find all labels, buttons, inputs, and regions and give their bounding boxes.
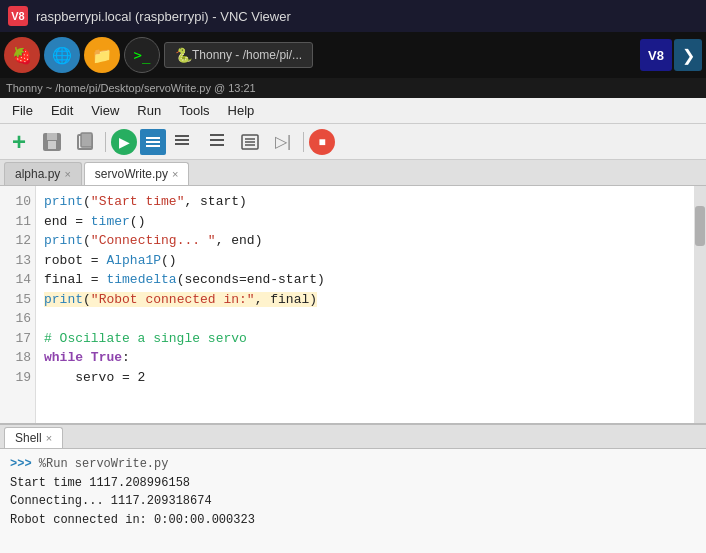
menu-tools[interactable]: Tools xyxy=(171,101,217,120)
save-disk-icon xyxy=(41,131,63,153)
terminal-button[interactable]: >_ xyxy=(124,37,160,73)
save-button[interactable] xyxy=(70,128,100,156)
shell-tab-label: Shell xyxy=(15,431,42,445)
toolbar: + ▶ xyxy=(0,124,706,160)
new-button[interactable]: + xyxy=(4,128,34,156)
thonny-tab-label: Thonny - /home/pi/... xyxy=(192,48,302,62)
svg-rect-1 xyxy=(47,133,57,140)
shell-tab-close[interactable]: × xyxy=(46,432,52,444)
editor-scrollbar[interactable] xyxy=(694,186,706,423)
globe-icon: 🌐 xyxy=(52,46,72,65)
path-text: Thonny ~ /home/pi/Desktop/servoWrite.py … xyxy=(6,82,256,94)
debug-lines-icon xyxy=(144,133,162,151)
copy-icon xyxy=(74,131,96,153)
scrollbar-thumb[interactable] xyxy=(695,206,705,246)
line-num-10: 10 xyxy=(4,192,31,212)
vnc-icon: V8 xyxy=(8,6,28,26)
taskbar: 🍓 🌐 📁 >_ 🐍 Thonny - /home/pi/... V8 ❯ xyxy=(0,32,706,78)
open-button[interactable] xyxy=(37,128,67,156)
svg-rect-2 xyxy=(48,141,56,149)
shell-line-2: Start time 1117.208996158 xyxy=(10,474,696,493)
vnc-taskbar-icon[interactable]: V8 xyxy=(640,39,672,71)
line-num-17: 17 xyxy=(4,329,31,349)
code-editor[interactable]: print("Start time", start) end = timer()… xyxy=(36,186,694,423)
tab-label-alpha: alpha.py xyxy=(15,167,60,181)
step-out-icon xyxy=(239,131,261,153)
stop-button[interactable]: ■ xyxy=(309,129,335,155)
shell-line-3: Connecting... 1117.209318674 xyxy=(10,492,696,511)
line-num-13: 13 xyxy=(4,251,31,271)
editor-area: 10 11 12 13 14 15 16 17 18 19 print("Sta… xyxy=(0,186,706,423)
debug-button[interactable] xyxy=(140,129,166,155)
line-numbers: 10 11 12 13 14 15 16 17 18 19 xyxy=(0,186,36,423)
step-out-button[interactable] xyxy=(235,128,265,156)
separator-2 xyxy=(303,132,304,152)
tab-label-servo: servoWrite.py xyxy=(95,167,168,181)
svg-rect-4 xyxy=(81,133,92,147)
terminal-icon: >_ xyxy=(134,47,151,63)
window-title: raspberrypi.local (raspberrypi) - VNC Vi… xyxy=(36,9,291,24)
resume-button[interactable]: ▷| xyxy=(268,128,298,156)
chevron-right-icon[interactable]: ❯ xyxy=(674,39,702,71)
shell-tab[interactable]: Shell × xyxy=(4,427,63,448)
menu-help[interactable]: Help xyxy=(220,101,263,120)
shell-panel: Shell × >>> %Run servoWrite.py Start tim… xyxy=(0,423,706,553)
line-num-12: 12 xyxy=(4,231,31,251)
thonny-icon: 🐍 xyxy=(175,47,192,63)
folder-icon: 📁 xyxy=(92,46,112,65)
tabs-bar: alpha.py × servoWrite.py × xyxy=(0,160,706,186)
line-num-14: 14 xyxy=(4,270,31,290)
title-bar: V8 raspberrypi.local (raspberrypi) - VNC… xyxy=(0,0,706,32)
line-num-18: 18 xyxy=(4,348,31,368)
menu-view[interactable]: View xyxy=(83,101,127,120)
menu-run[interactable]: Run xyxy=(129,101,169,120)
tab-alpha-py[interactable]: alpha.py × xyxy=(4,162,82,185)
files-button[interactable]: 📁 xyxy=(84,37,120,73)
line-num-11: 11 xyxy=(4,212,31,232)
line-num-16: 16 xyxy=(4,309,31,329)
tab-servo-write-py[interactable]: servoWrite.py × xyxy=(84,162,190,185)
shell-line-1: >>> %Run servoWrite.py xyxy=(10,455,696,474)
step-over-button[interactable] xyxy=(169,128,199,156)
thonny-window: File Edit View Run Tools Help + ▶ xyxy=(0,98,706,553)
menu-file[interactable]: File xyxy=(4,101,41,120)
tab-close-servo[interactable]: × xyxy=(172,168,178,180)
separator-1 xyxy=(105,132,106,152)
path-bar: Thonny ~ /home/pi/Desktop/servoWrite.py … xyxy=(0,78,706,98)
taskbar-right: V8 ❯ xyxy=(640,39,702,71)
code-line-10: print xyxy=(44,194,83,209)
run-button[interactable]: ▶ xyxy=(111,129,137,155)
shell-line-4: Robot connected in: 0:00:00.000323 xyxy=(10,511,696,530)
raspberry-pi-button[interactable]: 🍓 xyxy=(4,37,40,73)
step-over-icon xyxy=(173,131,195,153)
step-into-button[interactable] xyxy=(202,128,232,156)
step-into-icon xyxy=(206,131,228,153)
menu-edit[interactable]: Edit xyxy=(43,101,81,120)
menu-bar: File Edit View Run Tools Help xyxy=(0,98,706,124)
raspberry-icon: 🍓 xyxy=(12,46,32,65)
line-num-19: 19 xyxy=(4,368,31,388)
shell-tabs-bar: Shell × xyxy=(0,425,706,449)
tab-close-alpha[interactable]: × xyxy=(64,168,70,180)
line-num-15: 15 xyxy=(4,290,31,310)
shell-output[interactable]: >>> %Run servoWrite.py Start time 1117.2… xyxy=(0,449,706,553)
browser-button[interactable]: 🌐 xyxy=(44,37,80,73)
thonny-taskbar-item[interactable]: 🐍 Thonny - /home/pi/... xyxy=(164,42,313,68)
